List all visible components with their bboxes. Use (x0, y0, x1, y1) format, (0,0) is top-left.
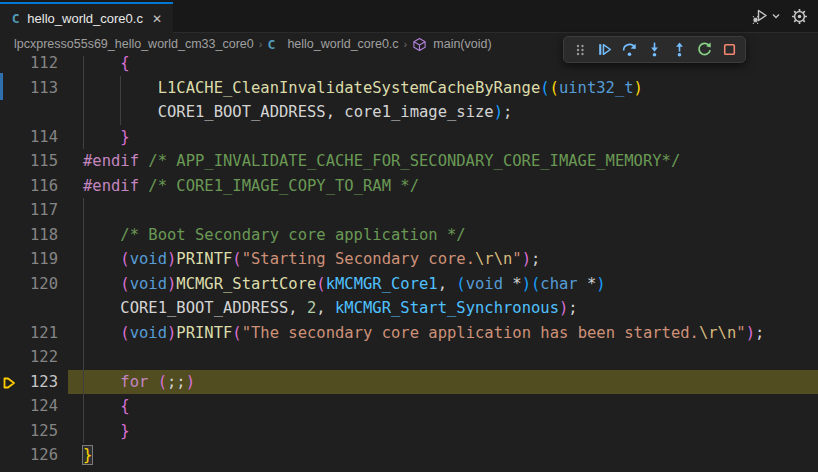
code-text[interactable]: } (68, 419, 818, 444)
token: ) (596, 275, 605, 293)
code-text[interactable]: for (;;) (68, 370, 818, 395)
breadcrumb-symbol[interactable]: main(void) (433, 37, 491, 51)
code-line-116[interactable]: 116#endif /* CORE1_IMAGE_COPY_TO_RAM */ (0, 174, 818, 199)
indent-guide (83, 223, 84, 248)
token: ) (559, 299, 568, 317)
token: ; (503, 103, 512, 121)
token: ; (568, 299, 577, 317)
code-text[interactable] (68, 468, 818, 472)
c-file-icon: C (10, 11, 21, 26)
code-line-126[interactable]: 126} (0, 443, 818, 468)
code-text[interactable]: L1CACHE_CleanInvalidateSystemCacheByRang… (68, 76, 818, 101)
token: char (540, 275, 577, 293)
token: } (120, 422, 129, 440)
code-text[interactable]: } (68, 443, 818, 468)
gutter[interactable]: 119 (0, 247, 68, 272)
code-line-113[interactable]: 113 L1CACHE_CleanInvalidateSystemCacheBy… (0, 76, 818, 101)
gutter[interactable]: 112 (0, 56, 68, 76)
gutter[interactable]: 118 (0, 223, 68, 248)
token: ) (167, 275, 176, 293)
gutter[interactable]: 122 (0, 345, 68, 370)
token: ( (120, 250, 129, 268)
gutter[interactable]: 126 (0, 443, 68, 468)
debug-stop-icon[interactable] (718, 38, 741, 61)
code-line-wrap[interactable]: CORE1_BOOT_ADDRESS, core1_image_size); (0, 100, 818, 125)
gutter[interactable]: 117 (0, 198, 68, 223)
token: MCMGR_StartCore (176, 275, 316, 293)
gutter[interactable]: 115 (0, 149, 68, 174)
code-line-115[interactable]: 115#endif /* APP_INVALIDATE_CACHE_FOR_SE… (0, 149, 818, 174)
code-text[interactable]: (void)MCMGR_StartCore(kMCMGR_Core1, (voi… (68, 272, 818, 297)
code-line-122[interactable]: 122 (0, 345, 818, 370)
code-line-123[interactable]: 123 for (;;) (0, 370, 818, 395)
gutter[interactable] (0, 296, 68, 321)
code-line-125[interactable]: 125 } (0, 419, 818, 444)
indent-guide (83, 394, 84, 419)
token: kMCMGR_Core1 (326, 275, 438, 293)
settings-gear-icon[interactable] (791, 8, 808, 25)
indent-guide (83, 370, 84, 395)
code-text[interactable]: { (68, 394, 818, 419)
breadcrumb-file[interactable]: hello_world_core0.c (287, 37, 398, 51)
gutter[interactable]: 125 (0, 419, 68, 444)
tab-hello-world-core0[interactable]: C hello_world_core0.c ✕ (0, 2, 173, 33)
code-text[interactable]: } (68, 125, 818, 150)
code-text[interactable] (68, 345, 818, 370)
code-text[interactable]: (void)PRINTF("The secondary core applica… (68, 321, 818, 346)
gutter[interactable]: 124 (0, 394, 68, 419)
code-text[interactable]: /* Boot Secondary core application */ (68, 223, 818, 248)
gutter[interactable]: 123 (0, 370, 68, 395)
indent-guide (83, 56, 84, 76)
code-line-118[interactable]: 118 /* Boot Secondary core application *… (0, 223, 818, 248)
indent-guide (83, 247, 84, 272)
tab-close-icon[interactable]: ✕ (149, 11, 165, 27)
code-line-124[interactable]: 124 { (0, 394, 818, 419)
code-editor[interactable]: 112 {113 L1CACHE_CleanInvalidateSystemCa… (0, 56, 818, 472)
code-line-119[interactable]: 119 (void)PRINTF("Starting Secondary cor… (0, 247, 818, 272)
gutter[interactable] (0, 100, 68, 125)
code-line-127[interactable]: 127 (0, 468, 818, 472)
code-line-117[interactable]: 117 (0, 198, 818, 223)
token: } (120, 128, 129, 146)
breadcrumb-project[interactable]: lpcxpresso55s69_hello_world_cm33_core0 (14, 37, 254, 51)
gutter[interactable]: 120 (0, 272, 68, 297)
token: core1_image_size (344, 103, 493, 121)
code-line-121[interactable]: 121 (void)PRINTF("The secondary core app… (0, 321, 818, 346)
code-lines-container: 112 {113 L1CACHE_CleanInvalidateSystemCa… (0, 56, 818, 472)
gutter[interactable]: 113 (0, 76, 68, 101)
token: PRINTF (176, 324, 232, 342)
gutter[interactable]: 121 (0, 321, 68, 346)
symbol-method-icon (412, 37, 427, 52)
token: ( (120, 275, 129, 293)
code-line-114[interactable]: 114 } (0, 125, 818, 150)
debug-step-over-icon[interactable] (618, 38, 641, 61)
breadcrumb-separator: › (258, 38, 264, 50)
run-or-debug-button[interactable] (751, 7, 781, 25)
token: , (438, 275, 457, 293)
code-text[interactable]: #endif /* CORE1_IMAGE_COPY_TO_RAM */ (68, 174, 818, 199)
debug-step-out-icon[interactable] (668, 38, 691, 61)
debug-toolbar (563, 36, 746, 63)
token: ( (456, 275, 465, 293)
code-text[interactable]: #endif /* APP_INVALIDATE_CACHE_FOR_SECON… (68, 149, 818, 174)
code-line-120[interactable]: 120 (void)MCMGR_StartCore(kMCMGR_Core1, … (0, 272, 818, 297)
debug-restart-icon[interactable] (693, 38, 716, 61)
token: ( (232, 250, 241, 268)
token: void (130, 275, 167, 293)
token: for (120, 373, 148, 391)
code-text[interactable]: CORE1_BOOT_ADDRESS, core1_image_size); (68, 100, 818, 125)
code-text[interactable]: CORE1_BOOT_ADDRESS, 2, kMCMGR_Start_Sync… (68, 296, 818, 321)
code-text[interactable] (68, 198, 818, 223)
gutter[interactable]: 116 (0, 174, 68, 199)
code-text[interactable]: (void)PRINTF("Starting Secondary core.\r… (68, 247, 818, 272)
token: ;; (167, 373, 186, 391)
token: ) (522, 250, 531, 268)
token (83, 275, 120, 293)
debug-step-into-icon[interactable] (643, 38, 666, 61)
code-line-wrap[interactable]: CORE1_BOOT_ADDRESS, 2, kMCMGR_Start_Sync… (0, 296, 818, 321)
gutter[interactable]: 127 (0, 468, 68, 472)
gutter[interactable]: 114 (0, 125, 68, 150)
toolbar-drag-handle-icon[interactable] (568, 38, 591, 61)
token: void (466, 275, 503, 293)
debug-continue-icon[interactable] (593, 38, 616, 61)
